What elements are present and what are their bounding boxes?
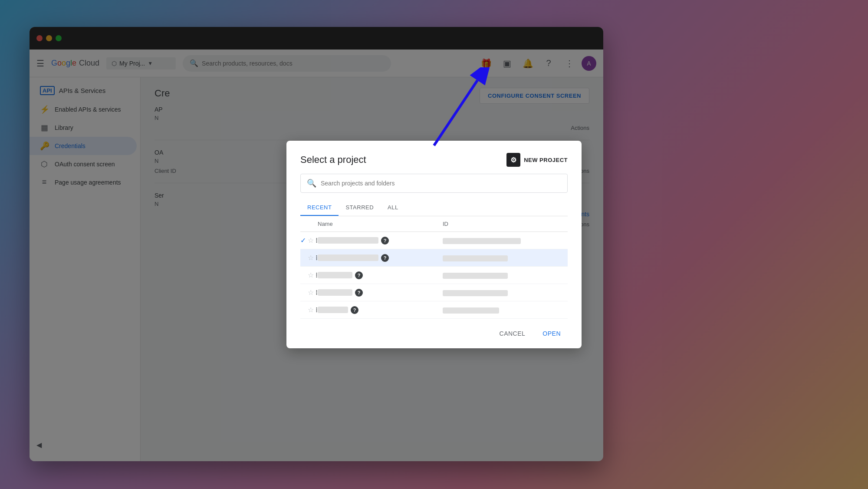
project-name [318,307,348,313]
tab-starred[interactable]: STARRED [339,200,381,216]
dialog-tabs: RECENT STARRED ALL [300,200,568,216]
check-icon: ✓ [300,236,306,244]
dialog-header: Select a project ⚙ NEW PROJECT [286,141,582,174]
new-project-icon: ⚙ [506,153,520,167]
project-name-cell: ? [318,237,443,244]
row-icons: ✓ ☆ ⁞ [300,236,318,244]
dialog-title: Select a project [300,154,366,165]
col-icons [300,221,318,227]
project-name-cell: ? [318,254,443,262]
project-search[interactable]: 🔍 [300,174,568,193]
project-name [318,272,352,278]
row-icons: ☆ ⁞ [300,254,318,262]
search-icon: 🔍 [307,178,316,188]
project-id [443,306,568,314]
help-icon[interactable]: ? [381,254,389,262]
tab-all[interactable]: ALL [381,200,405,216]
star-icon[interactable]: ☆ [308,271,314,279]
row-icons: ☆ ⁞ [300,271,318,279]
project-id [443,271,568,279]
row-icons: ☆ ⁞ [300,288,318,297]
star-icon[interactable]: ☆ [308,236,314,244]
table-row[interactable]: ✓ ☆ ⁞ ? [300,232,568,249]
help-icon[interactable]: ? [381,237,389,244]
col-id: ID [443,221,568,227]
projects-table: Name ID ✓ ☆ ⁞ ? [300,216,568,319]
open-button[interactable]: OPEN [536,326,568,341]
table-header: Name ID [300,216,568,232]
table-row[interactable]: ☆ ⁞ ? [300,249,568,267]
row-icons: ☆ ⁞ [300,306,318,314]
project-name-cell: ? [318,271,443,279]
help-icon[interactable]: ? [351,306,358,314]
project-name-cell: ? [318,306,443,314]
new-project-button[interactable]: ⚙ NEW PROJECT [506,153,568,167]
modal-overlay[interactable]: Select a project ⚙ NEW PROJECT 🔍 RECENT … [0,0,868,489]
new-project-label: NEW PROJECT [524,157,568,163]
star-icon[interactable]: ☆ [308,254,314,262]
cancel-button[interactable]: CANCEL [493,326,533,341]
project-name-cell: ? [318,289,443,297]
table-row[interactable]: ☆ ⁞ ? [300,284,568,301]
select-project-dialog: Select a project ⚙ NEW PROJECT 🔍 RECENT … [286,141,582,348]
star-icon[interactable]: ☆ [308,288,314,297]
project-name [318,289,352,296]
dialog-footer: CANCEL OPEN [286,319,582,348]
project-id [443,237,568,244]
col-name: Name [318,221,443,227]
table-row[interactable]: ☆ ⁞ ? [300,267,568,284]
tab-recent[interactable]: RECENT [300,200,339,216]
star-icon[interactable]: ☆ [308,306,314,314]
project-name [318,254,378,261]
project-name [318,237,378,244]
help-icon[interactable]: ? [355,289,363,297]
project-search-input[interactable] [321,180,561,187]
table-row[interactable]: ☆ ⁞ ? [300,301,568,319]
project-id [443,254,568,262]
project-id [443,289,568,297]
help-icon[interactable]: ? [355,271,363,279]
